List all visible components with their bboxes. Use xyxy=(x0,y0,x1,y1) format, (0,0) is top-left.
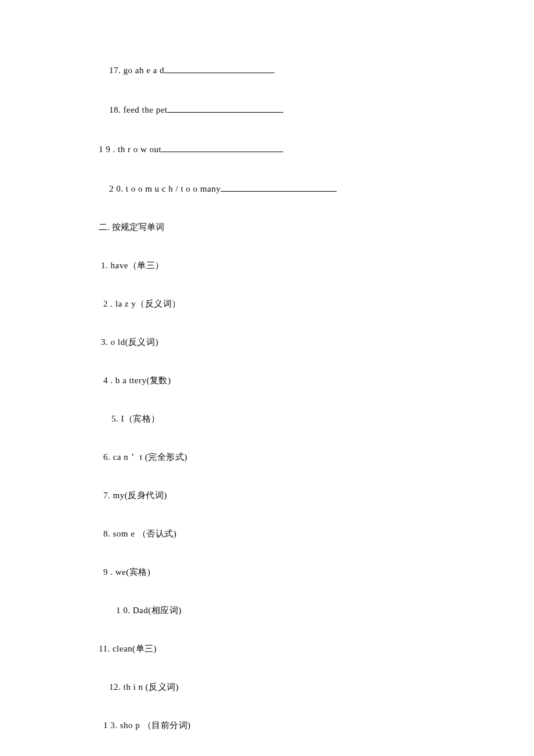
item-20: 2 0. t o o m u c h / t o o many xyxy=(99,182,441,194)
blank-17 xyxy=(164,64,275,73)
section2-item-1: 1. have（单三） xyxy=(99,260,441,271)
section2-item-1-text: 1. have（单三） xyxy=(101,261,164,270)
blank-20 xyxy=(221,182,337,192)
section2-item-10: 1 0. Dad(相应词) xyxy=(99,605,441,615)
section-2-title: 二. 按规定写单词 xyxy=(99,222,441,232)
section2-item-13-text: 1 3. sho p （目前分词) xyxy=(103,721,191,730)
section2-item-4-text: 4 . b a ttery(复数) xyxy=(103,376,171,385)
section2-item-2: 2 . la z y（反义词） xyxy=(99,298,441,309)
item-19-text: 1 9 . th r o w out xyxy=(99,145,161,154)
section2-item-5: 5. I（宾格） xyxy=(99,413,441,424)
item-17-text: 17. go ah e a d xyxy=(109,66,164,75)
section2-item-13: 1 3. sho p （目前分词) xyxy=(99,720,441,730)
item-18-text: 18. feed the pet xyxy=(109,105,167,114)
section2-item-7-text: 7. my(反身代词) xyxy=(103,491,167,500)
section2-item-6: 6. ca n＇ t (完全形式) xyxy=(99,452,441,462)
section2-item-5-text: 5. I（宾格） xyxy=(111,414,160,423)
section2-item-4: 4 . b a ttery(复数) xyxy=(99,375,441,386)
section2-item-11-text: 11. clean(单三) xyxy=(99,644,157,653)
section2-item-12: 12. th i n (反义词) xyxy=(99,682,441,692)
section-2-list: 1. have（单三） 2 . la z y（反义词） 3. o ld(反义词)… xyxy=(99,260,441,730)
worksheet-page: 17. go ah e a d 18. feed the pet 1 9 . t… xyxy=(0,0,534,756)
section2-item-12-text: 12. th i n (反义词) xyxy=(109,682,179,692)
section2-item-8: 8. som e （否认式) xyxy=(99,528,441,539)
section2-item-10-text: 1 0. Dad(相应词) xyxy=(116,606,182,615)
section2-item-9: 9 . we(宾格) xyxy=(99,567,441,577)
item-20-text: 2 0. t o o m u c h / t o o many xyxy=(109,184,221,193)
section2-item-3-text: 3. o ld(反义词) xyxy=(101,337,158,347)
section2-item-7: 7. my(反身代词) xyxy=(99,490,441,501)
section2-item-9-text: 9 . we(宾格) xyxy=(103,567,150,577)
section2-item-6-text: 6. ca n＇ t (完全形式) xyxy=(103,452,187,462)
blank-19 xyxy=(161,143,283,152)
item-17: 17. go ah e a d xyxy=(99,64,441,75)
section2-item-11: 11. clean(单三) xyxy=(99,643,441,654)
section2-item-2-text: 2 . la z y（反义词） xyxy=(103,299,181,308)
item-19: 1 9 . th r o w out xyxy=(99,143,441,154)
section2-item-8-text: 8. som e （否认式) xyxy=(103,529,176,538)
blank-18 xyxy=(167,103,283,113)
item-18: 18. feed the pet xyxy=(99,103,441,115)
section2-item-3: 3. o ld(反义词) xyxy=(99,337,441,347)
